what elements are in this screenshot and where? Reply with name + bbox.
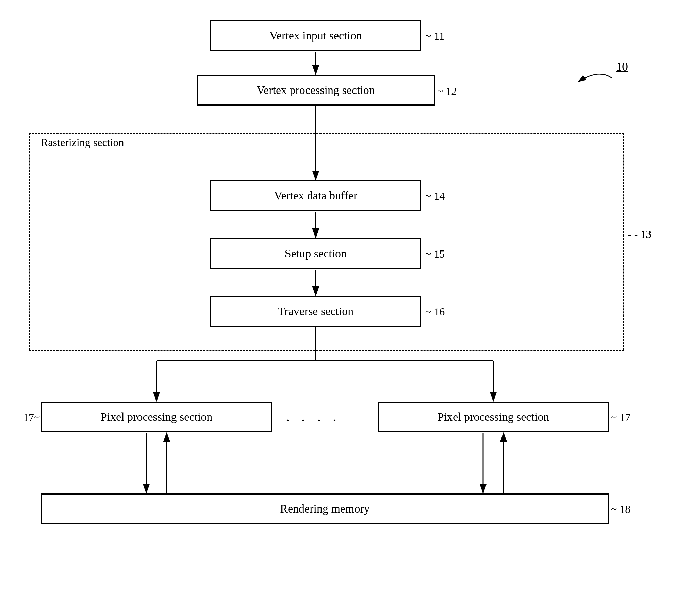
ref-label-14: ~ 14 bbox=[425, 190, 445, 202]
ref-label-11: ~ 11 bbox=[425, 30, 444, 43]
ref-label-10: 10 bbox=[616, 60, 628, 74]
pixel-processing-left-label: Pixel processing section bbox=[101, 410, 213, 423]
setup-section-label: Setup section bbox=[285, 247, 347, 260]
ref-label-17-right: ~ 17 bbox=[611, 411, 630, 424]
traverse-section-block: Traverse section bbox=[210, 296, 421, 327]
rasterizing-section-label: Rasterizing section bbox=[41, 136, 124, 149]
pixel-processing-right-block: Pixel processing section bbox=[378, 402, 609, 432]
ref-label-18: ~ 18 bbox=[611, 503, 630, 516]
pixel-processing-left-block: Pixel processing section bbox=[41, 402, 272, 432]
rendering-memory-label: Rendering memory bbox=[280, 502, 369, 515]
pixel-processing-right-label: Pixel processing section bbox=[438, 410, 549, 423]
setup-section-block: Setup section bbox=[210, 238, 421, 269]
diagram-container: Vertex input section Vertex processing s… bbox=[0, 0, 675, 616]
rendering-memory-block: Rendering memory bbox=[41, 493, 609, 524]
ref-label-15: ~ 15 bbox=[425, 248, 445, 260]
vertex-data-buffer-block: Vertex data buffer bbox=[210, 180, 421, 211]
ref-label-17-left: 17~ bbox=[23, 411, 40, 424]
ref-label-12: ~ 12 bbox=[437, 85, 457, 98]
vertex-processing-label: Vertex processing section bbox=[257, 84, 375, 97]
ref-label-16: ~ 16 bbox=[425, 306, 445, 318]
dots-separator: · · · · bbox=[286, 412, 341, 429]
traverse-section-label: Traverse section bbox=[278, 305, 354, 318]
vertex-data-buffer-label: Vertex data buffer bbox=[274, 189, 358, 202]
vertex-input-block: Vertex input section bbox=[210, 20, 421, 51]
ref-label-13: - - 13 bbox=[628, 228, 651, 241]
vertex-processing-block: Vertex processing section bbox=[197, 75, 435, 106]
vertex-input-label: Vertex input section bbox=[269, 29, 362, 42]
